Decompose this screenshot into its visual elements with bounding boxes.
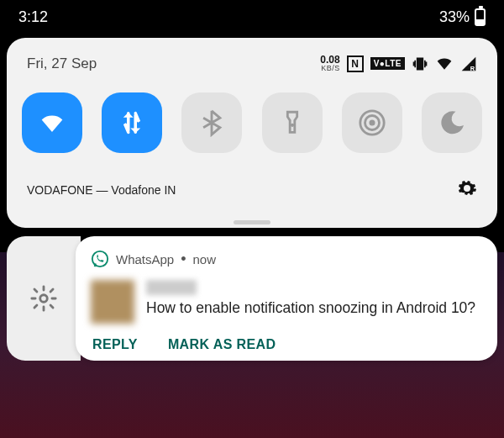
mark-as-read-button[interactable]: MARK AS READ: [168, 337, 276, 352]
qs-tiles-row: [22, 72, 482, 173]
svg-point-1: [291, 124, 293, 126]
bluetooth-icon: [197, 108, 226, 137]
bluetooth-tile[interactable]: [181, 92, 242, 153]
battery-icon: [475, 8, 486, 26]
notification-card[interactable]: WhatsApp • now How to enable notificatio…: [76, 236, 497, 361]
nfc-icon: N: [347, 55, 364, 72]
notification-settings-strip[interactable]: [7, 236, 81, 361]
svg-point-2: [370, 120, 375, 125]
notification-app-name: WhatsApp: [116, 252, 174, 266]
quick-settings-panel: Fri, 27 Sep 0.08 KB/S N V●LTE R: [7, 38, 497, 228]
status-time: 3:12: [18, 8, 48, 26]
flashlight-tile[interactable]: [262, 92, 323, 153]
wifi-icon: [38, 108, 66, 137]
moon-icon: [438, 108, 466, 137]
wifi-tile[interactable]: [22, 92, 82, 153]
svg-text:R: R: [470, 65, 475, 72]
notification-header: WhatsApp • now: [91, 250, 482, 268]
sender-name: [146, 280, 197, 295]
cell-signal-icon: R: [460, 55, 477, 72]
svg-point-6: [92, 251, 108, 266]
gear-icon: [457, 178, 477, 198]
status-bar: 3:12 33%: [0, 0, 504, 38]
carrier-label: VODAFONE — Vodafone IN: [27, 183, 176, 197]
dnd-tile[interactable]: [422, 92, 482, 153]
notification-time: now: [193, 252, 217, 266]
mobile-data-tile[interactable]: [102, 92, 162, 153]
whatsapp-icon: [91, 250, 109, 268]
settings-button[interactable]: [457, 178, 477, 202]
drag-handle[interactable]: [234, 220, 270, 224]
vibrate-icon: [412, 55, 428, 72]
wifi-signal-icon: [435, 55, 454, 72]
qs-date: Fri, 27 Sep: [27, 55, 97, 72]
avatar: [91, 280, 134, 324]
reply-button[interactable]: REPLY: [92, 337, 138, 352]
notification-row: WhatsApp • now How to enable notificatio…: [7, 236, 497, 361]
qs-status-icons: 0.08 KB/S N V●LTE R: [320, 55, 477, 72]
battery-percent: 33%: [439, 8, 470, 26]
flashlight-icon: [278, 108, 307, 137]
mobile-data-icon: [118, 108, 146, 137]
volte-icon: V●LTE: [370, 57, 405, 70]
notification-body: How to enable notification snoozing in A…: [146, 298, 482, 319]
gear-icon: [29, 284, 58, 313]
hotspot-tile[interactable]: [342, 92, 402, 153]
hotspot-icon: [358, 108, 386, 137]
data-rate-indicator: 0.08 KB/S: [320, 55, 339, 72]
svg-point-5: [39, 295, 47, 303]
